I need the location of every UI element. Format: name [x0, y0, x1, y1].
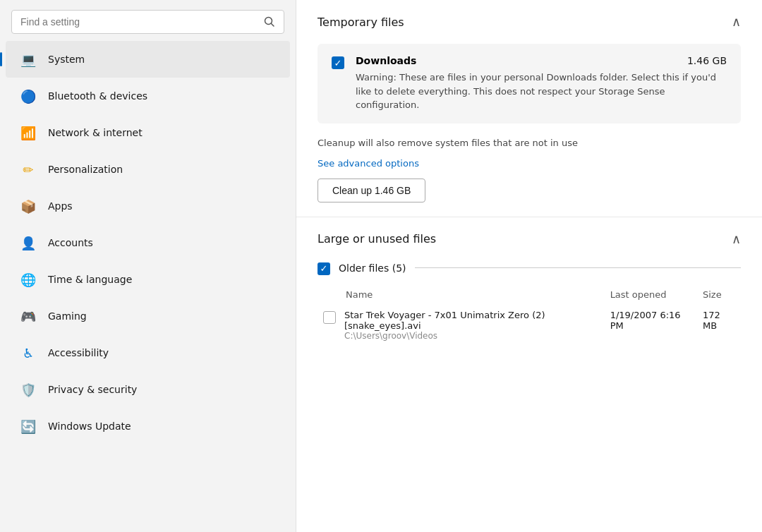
- search-input[interactable]: [20, 16, 258, 28]
- sidebar-item-label-bluetooth: Bluetooth & devices: [48, 90, 147, 102]
- apps-icon: 📦: [20, 198, 37, 214]
- sidebar-item-time[interactable]: 🌐Time & language: [6, 261, 290, 298]
- sidebar-item-label-privacy: Privacy & security: [48, 384, 137, 395]
- main-content: Temporary files ∧ ✓ Downloads 1.46 GB Wa…: [296, 0, 762, 532]
- gaming-icon: 🎮: [20, 308, 37, 325]
- sidebar-item-bluetooth[interactable]: 🔵Bluetooth & devices: [6, 78, 290, 114]
- personalization-icon: ✏️: [20, 161, 37, 178]
- sidebar-item-apps[interactable]: 📦Apps: [6, 188, 290, 224]
- older-files-checkbox[interactable]: ✓: [318, 262, 330, 275]
- file-row: Star Trek Voyager - 7x01 Unimatrix Zero …: [323, 310, 599, 341]
- search-container: [0, 0, 296, 41]
- sidebar-item-label-gaming: Gaming: [48, 310, 87, 322]
- sidebar-item-label-network: Network & internet: [48, 127, 143, 138]
- sidebar-item-personalization[interactable]: ✏️Personalization: [6, 151, 290, 188]
- table-row: Star Trek Voyager - 7x01 Unimatrix Zero …: [318, 306, 741, 345]
- downloads-card: ✓ Downloads 1.46 GB Warning: These are f…: [318, 44, 741, 123]
- sidebar-item-label-accounts: Accounts: [48, 237, 93, 248]
- sidebar: 💻System🔵Bluetooth & devices📶Network & in…: [0, 0, 296, 532]
- col-size: Size: [697, 286, 741, 306]
- file-name: Star Trek Voyager - 7x01 Unimatrix Zero …: [344, 310, 599, 331]
- time-icon: 🌐: [20, 271, 37, 288]
- file-size: 172 MB: [697, 306, 741, 345]
- large-files-collapse-btn[interactable]: ∧: [732, 231, 741, 247]
- privacy-icon: 🛡️: [20, 381, 37, 398]
- check-icon-2: ✓: [320, 264, 328, 273]
- older-files-label: Older files (5): [339, 262, 406, 274]
- downloads-size: 1.46 GB: [687, 55, 727, 66]
- sidebar-item-label-time: Time & language: [48, 274, 132, 285]
- cleanup-note: Cleanup will also remove system files th…: [318, 138, 741, 148]
- downloads-text: Downloads 1.46 GB Warning: These are fil…: [356, 55, 727, 112]
- clean-up-button[interactable]: Clean up 1.46 GB: [318, 179, 425, 202]
- search-icon: [264, 16, 275, 28]
- downloads-name: Downloads: [356, 55, 416, 66]
- system-icon: 💻: [20, 51, 37, 68]
- sidebar-item-label-accessibility: Accessibility: [48, 347, 109, 358]
- sidebar-item-gaming[interactable]: 🎮Gaming: [6, 298, 290, 334]
- temp-files-section: Temporary files ∧ ✓ Downloads 1.46 GB Wa…: [296, 0, 762, 217]
- sidebar-item-accounts[interactable]: 👤Accounts: [6, 224, 290, 261]
- file-path: C:\Users\groov\Videos: [344, 331, 599, 341]
- sidebar-item-label-system: System: [48, 54, 85, 65]
- downloads-checkbox[interactable]: ✓: [332, 56, 344, 69]
- large-files-header: Large or unused files ∧: [318, 231, 741, 247]
- network-icon: 📶: [20, 124, 37, 141]
- col-last-opened: Last opened: [605, 286, 697, 306]
- accessibility-icon: ♿: [20, 344, 37, 361]
- search-box: [11, 10, 284, 34]
- temp-files-header: Temporary files ∧: [318, 14, 741, 30]
- sidebar-item-windows[interactable]: 🔄Windows Update: [6, 408, 290, 445]
- files-table: Name Last opened Size Star Trek Voyager …: [318, 286, 741, 345]
- file-name-cell: Star Trek Voyager - 7x01 Unimatrix Zero …: [318, 306, 605, 345]
- file-checkbox[interactable]: [323, 311, 336, 324]
- downloads-description: Warning: These are files in your persona…: [356, 71, 727, 112]
- windows-icon: 🔄: [20, 418, 37, 435]
- bluetooth-icon: 🔵: [20, 87, 37, 104]
- col-name: Name: [318, 286, 605, 306]
- large-files-title: Large or unused files: [318, 232, 436, 246]
- sidebar-item-privacy[interactable]: 🛡️Privacy & security: [6, 371, 290, 408]
- older-files-header: ✓ Older files (5): [318, 261, 741, 275]
- accounts-icon: 👤: [20, 234, 37, 251]
- sidebar-item-network[interactable]: 📶Network & internet: [6, 114, 290, 151]
- downloads-header: Downloads 1.46 GB: [356, 55, 727, 66]
- advanced-options-link[interactable]: See advanced options: [318, 158, 741, 169]
- sidebar-item-label-windows: Windows Update: [48, 421, 131, 432]
- sidebar-item-accessibility[interactable]: ♿Accessibility: [6, 334, 290, 371]
- sidebar-item-system[interactable]: 💻System: [6, 41, 290, 78]
- nav-list: 💻System🔵Bluetooth & devices📶Network & in…: [0, 41, 296, 445]
- temp-files-title: Temporary files: [318, 16, 404, 29]
- large-files-section: Large or unused files ∧ ✓ Older files (5…: [296, 217, 762, 359]
- sidebar-item-label-apps: Apps: [48, 200, 73, 212]
- check-icon: ✓: [334, 59, 342, 68]
- file-info: Star Trek Voyager - 7x01 Unimatrix Zero …: [344, 310, 599, 341]
- temp-files-collapse-btn[interactable]: ∧: [732, 14, 741, 30]
- file-last-opened: 1/19/2007 6:16 PM: [605, 306, 697, 345]
- divider: [415, 267, 741, 268]
- sidebar-item-label-personalization: Personalization: [48, 164, 123, 175]
- svg-line-1: [272, 24, 274, 27]
